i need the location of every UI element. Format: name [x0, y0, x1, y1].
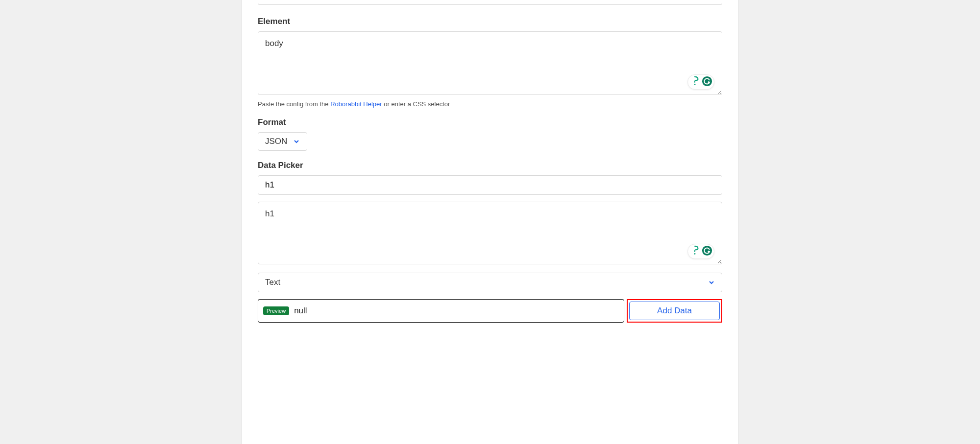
format-select[interactable]: JSON: [258, 132, 307, 151]
add-data-highlight: Add Data: [627, 299, 722, 323]
format-label: Format: [258, 117, 722, 127]
format-section: Format JSON: [258, 117, 722, 151]
grammarly-tone-icon: [689, 245, 700, 257]
config-card: Element: [242, 0, 738, 444]
chevron-down-icon: [293, 138, 300, 145]
svg-point-3: [702, 246, 712, 256]
data-picker-type-select[interactable]: Text: [258, 273, 722, 292]
preview-badge: Preview: [263, 306, 289, 315]
preview-value: null: [294, 306, 307, 316]
preview-row: Preview null Add Data: [258, 299, 722, 323]
help-prefix: Paste the config from the: [258, 100, 330, 108]
element-help-text: Paste the config from the Roborabbit Hel…: [258, 100, 722, 108]
data-picker-type-value: Text: [265, 278, 280, 287]
help-suffix: or enter a CSS selector: [382, 100, 450, 108]
svg-point-1: [702, 76, 712, 86]
preview-box: Preview null: [258, 299, 624, 323]
previous-section-bottom: [258, 0, 722, 5]
element-section: Element: [258, 17, 722, 108]
data-picker-label: Data Picker: [258, 161, 722, 170]
element-textarea[interactable]: [258, 31, 722, 95]
grammarly-logo-icon: [702, 76, 712, 88]
data-picker-name-input[interactable]: [258, 175, 722, 195]
svg-point-0: [694, 84, 696, 85]
grammarly-widget[interactable]: [687, 244, 714, 259]
format-select-value: JSON: [265, 137, 287, 146]
element-label: Element: [258, 17, 722, 26]
data-picker-section: Data Picker: [258, 161, 722, 323]
data-picker-selector-textarea[interactable]: [258, 202, 722, 264]
add-data-button[interactable]: Add Data: [629, 302, 720, 320]
roborabbit-helper-link[interactable]: Roborabbit Helper: [330, 100, 382, 108]
grammarly-widget[interactable]: [687, 74, 714, 90]
grammarly-tone-icon: [689, 76, 700, 88]
svg-point-2: [694, 253, 696, 255]
chevron-down-icon: [708, 279, 715, 286]
grammarly-logo-icon: [702, 245, 712, 257]
